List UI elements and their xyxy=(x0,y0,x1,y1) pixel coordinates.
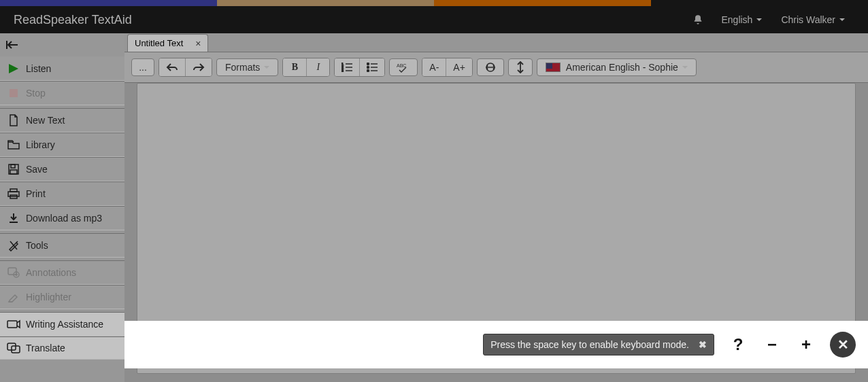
sidebar-item-save[interactable]: Save xyxy=(0,157,124,181)
sidebar-item-writing-assistance[interactable]: Writing Assistance xyxy=(0,312,124,336)
font-increase-button[interactable]: A+ xyxy=(446,58,472,76)
bold-button[interactable]: B xyxy=(283,58,306,76)
spellcheck-button[interactable]: ABC xyxy=(389,58,418,76)
sidebar-item-label: Tools xyxy=(26,240,48,251)
close-tab-icon[interactable]: × xyxy=(195,38,201,49)
play-icon xyxy=(7,62,20,75)
assistance-overlay-bar: Press the space key to enable keyboard m… xyxy=(124,321,868,368)
zoom-in-button[interactable]: + xyxy=(796,335,816,354)
numbered-list-button[interactable]: 123 xyxy=(335,58,359,76)
zoom-out-button[interactable]: − xyxy=(762,335,782,354)
close-overlay-button[interactable]: ✕ xyxy=(830,332,856,358)
sidebar-item-label: Stop xyxy=(26,88,46,99)
sidebar-item-label: Highlighter xyxy=(26,292,71,302)
svg-rect-11 xyxy=(8,268,16,275)
sidebar-item-label: Print xyxy=(26,188,46,199)
sidebar-item-label: Annotations xyxy=(26,267,76,278)
highlighter-icon xyxy=(7,290,20,304)
svg-rect-3 xyxy=(10,89,18,97)
tools-icon xyxy=(7,239,20,252)
undo-button[interactable] xyxy=(159,58,185,76)
italic-button[interactable]: I xyxy=(306,58,329,76)
document-icon xyxy=(7,114,20,127)
sidebar: Listen Stop New Text Library Save xyxy=(0,33,124,382)
app-title: ReadSpeaker TextAid xyxy=(14,13,132,27)
bullet-list-button[interactable] xyxy=(359,58,384,76)
more-button[interactable]: ... xyxy=(131,58,154,76)
user-menu[interactable]: Chris Walker xyxy=(771,14,854,25)
tooltip-close-icon[interactable]: ✖ xyxy=(699,339,707,350)
sidebar-item-label: Writing Assistance xyxy=(26,319,103,330)
folder-icon xyxy=(7,138,20,152)
chevron-down-icon xyxy=(682,66,688,69)
sidebar-item-translate[interactable]: Translate xyxy=(0,336,124,360)
stop-icon xyxy=(7,86,20,100)
document-tab[interactable]: Untitled Text × xyxy=(127,34,208,52)
sidebar-item-label: Library xyxy=(26,139,55,150)
sidebar-item-label: Listen xyxy=(26,63,51,74)
tab-title: Untitled Text xyxy=(135,38,183,48)
annotations-icon xyxy=(7,266,20,279)
writing-assistance-icon xyxy=(7,317,20,331)
sidebar-item-annotations[interactable]: Annotations xyxy=(0,260,124,285)
sidebar-item-label: Translate xyxy=(26,343,65,353)
sidebar-item-tools[interactable]: Tools xyxy=(0,233,124,258)
svg-text:3: 3 xyxy=(341,69,344,72)
line-height-button[interactable] xyxy=(508,58,533,76)
help-button[interactable]: ? xyxy=(728,335,748,354)
formats-label: Formats xyxy=(225,62,260,73)
redo-button[interactable] xyxy=(185,58,212,76)
formats-dropdown[interactable]: Formats xyxy=(216,58,278,76)
document-tabs: Untitled Text × xyxy=(124,33,868,52)
sidebar-item-highlighter[interactable]: Highlighter xyxy=(0,285,124,309)
app-header: ReadSpeaker TextAid English Chris Walker xyxy=(0,6,868,33)
language-label: English xyxy=(721,14,752,25)
translate-icon xyxy=(7,341,20,355)
print-icon xyxy=(7,187,20,201)
chevron-down-icon xyxy=(264,66,269,69)
svg-rect-6 xyxy=(10,170,17,174)
svg-point-24 xyxy=(367,70,369,72)
chevron-down-icon xyxy=(756,18,762,21)
svg-rect-13 xyxy=(7,321,17,328)
svg-marker-2 xyxy=(9,64,18,73)
chevron-down-icon xyxy=(839,18,845,21)
user-name: Chris Walker xyxy=(781,14,835,25)
sidebar-item-stop[interactable]: Stop xyxy=(0,81,124,105)
keyboard-mode-tooltip: Press the space key to enable keyboard m… xyxy=(483,334,714,355)
voice-dropdown[interactable]: American English - Sophie xyxy=(537,58,697,76)
sidebar-item-download[interactable]: Download as mp3 xyxy=(0,206,124,230)
editor-toolbar: ... Formats B I 123 xyxy=(124,52,868,83)
sidebar-item-label: Save xyxy=(26,164,48,175)
svg-point-22 xyxy=(367,63,369,65)
tooltip-text: Press the space key to enable keyboard m… xyxy=(490,339,689,350)
sidebar-item-label: Download as mp3 xyxy=(26,213,102,224)
svg-rect-5 xyxy=(11,164,15,168)
brand-color-strip xyxy=(0,0,868,6)
collapse-sidebar-button[interactable] xyxy=(0,33,124,56)
notifications-icon[interactable] xyxy=(692,14,712,25)
language-menu[interactable]: English xyxy=(712,14,771,25)
us-flag-icon xyxy=(546,63,561,72)
download-icon xyxy=(7,211,20,225)
font-decrease-button[interactable]: A- xyxy=(422,58,446,76)
sidebar-item-print[interactable]: Print xyxy=(0,181,124,206)
sidebar-item-listen[interactable]: Listen xyxy=(0,56,124,81)
voice-label: American English - Sophie xyxy=(566,62,678,73)
save-icon xyxy=(7,162,20,176)
sidebar-item-newtext[interactable]: New Text xyxy=(0,108,124,133)
svg-point-23 xyxy=(367,67,369,69)
svg-text:ABC: ABC xyxy=(397,63,406,68)
svg-rect-10 xyxy=(10,222,18,223)
page-width-button[interactable] xyxy=(477,58,504,76)
sidebar-item-library[interactable]: Library xyxy=(0,133,124,157)
sidebar-item-label: New Text xyxy=(26,115,65,126)
